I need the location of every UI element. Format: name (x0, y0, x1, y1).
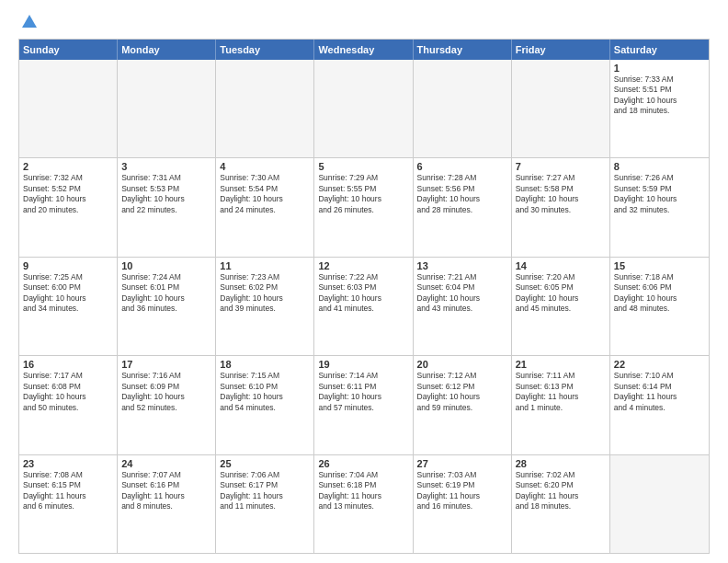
day-info: Sunrise: 7:17 AM Sunset: 6:08 PM Dayligh… (23, 371, 113, 413)
day-info: Sunrise: 7:10 AM Sunset: 6:14 PM Dayligh… (614, 371, 705, 413)
day-number: 1 (614, 63, 705, 74)
day-cell-28: 28Sunrise: 7:02 AM Sunset: 6:20 PM Dayli… (512, 455, 610, 553)
day-number: 27 (417, 458, 507, 469)
calendar-row-3: 16Sunrise: 7:17 AM Sunset: 6:08 PM Dayli… (19, 355, 709, 454)
calendar-row-4: 23Sunrise: 7:08 AM Sunset: 6:15 PM Dayli… (19, 454, 709, 553)
empty-cell (512, 60, 610, 157)
empty-cell (118, 60, 216, 157)
day-number: 7 (516, 161, 606, 172)
day-number: 18 (220, 359, 310, 370)
day-cell-18: 18Sunrise: 7:15 AM Sunset: 6:10 PM Dayli… (216, 356, 314, 454)
day-info: Sunrise: 7:02 AM Sunset: 6:20 PM Dayligh… (516, 470, 606, 512)
calendar: SundayMondayTuesdayWednesdayThursdayFrid… (18, 39, 710, 554)
day-info: Sunrise: 7:30 AM Sunset: 5:54 PM Dayligh… (220, 173, 310, 215)
day-info: Sunrise: 7:14 AM Sunset: 6:11 PM Dayligh… (318, 371, 408, 413)
day-number: 17 (121, 359, 211, 370)
empty-cell (19, 60, 118, 157)
day-cell-3: 3Sunrise: 7:31 AM Sunset: 5:53 PM Daylig… (118, 158, 216, 256)
day-cell-24: 24Sunrise: 7:07 AM Sunset: 6:16 PM Dayli… (118, 455, 216, 553)
day-info: Sunrise: 7:25 AM Sunset: 6:00 PM Dayligh… (23, 272, 113, 315)
day-info: Sunrise: 7:28 AM Sunset: 5:56 PM Dayligh… (417, 173, 507, 215)
day-cell-17: 17Sunrise: 7:16 AM Sunset: 6:09 PM Dayli… (118, 356, 216, 454)
day-number: 4 (220, 161, 310, 172)
day-info: Sunrise: 7:21 AM Sunset: 6:04 PM Dayligh… (417, 272, 507, 315)
day-info: Sunrise: 7:03 AM Sunset: 6:19 PM Dayligh… (417, 470, 507, 512)
day-number: 16 (23, 359, 113, 370)
empty-cell (216, 60, 314, 157)
weekday-header-saturday: Saturday (610, 40, 709, 60)
day-cell-2: 2Sunrise: 7:32 AM Sunset: 5:52 PM Daylig… (19, 158, 118, 256)
day-number: 6 (417, 161, 507, 172)
logo (18, 17, 39, 29)
day-cell-26: 26Sunrise: 7:04 AM Sunset: 6:18 PM Dayli… (314, 455, 413, 553)
day-number: 8 (614, 161, 705, 172)
day-info: Sunrise: 7:33 AM Sunset: 5:51 PM Dayligh… (614, 75, 705, 117)
day-info: Sunrise: 7:32 AM Sunset: 5:52 PM Dayligh… (23, 173, 113, 215)
day-info: Sunrise: 7:27 AM Sunset: 5:58 PM Dayligh… (516, 173, 606, 215)
day-cell-27: 27Sunrise: 7:03 AM Sunset: 6:19 PM Dayli… (414, 455, 512, 553)
weekday-header-monday: Monday (118, 40, 216, 60)
empty-cell (314, 60, 413, 157)
day-number: 15 (614, 260, 705, 271)
day-info: Sunrise: 7:15 AM Sunset: 6:10 PM Dayligh… (220, 371, 310, 413)
day-number: 20 (417, 359, 507, 370)
day-number: 21 (516, 359, 606, 370)
day-cell-7: 7Sunrise: 7:27 AM Sunset: 5:58 PM Daylig… (512, 158, 610, 256)
header (18, 17, 710, 29)
day-cell-15: 15Sunrise: 7:18 AM Sunset: 6:06 PM Dayli… (610, 258, 709, 355)
day-info: Sunrise: 7:08 AM Sunset: 6:15 PM Dayligh… (23, 470, 113, 512)
day-number: 12 (318, 260, 408, 271)
weekday-header-thursday: Thursday (414, 40, 512, 60)
day-info: Sunrise: 7:24 AM Sunset: 6:01 PM Dayligh… (121, 272, 211, 315)
svg-marker-0 (22, 15, 37, 28)
day-number: 24 (121, 458, 211, 469)
empty-cell (610, 455, 709, 553)
day-info: Sunrise: 7:04 AM Sunset: 6:18 PM Dayligh… (318, 470, 408, 512)
day-info: Sunrise: 7:20 AM Sunset: 6:05 PM Dayligh… (516, 272, 606, 315)
day-number: 26 (318, 458, 408, 469)
weekday-header-friday: Friday (512, 40, 610, 60)
logo-text (18, 17, 39, 31)
day-info: Sunrise: 7:07 AM Sunset: 6:16 PM Dayligh… (121, 470, 211, 512)
page: SundayMondayTuesdayWednesdayThursdayFrid… (0, 0, 728, 563)
logo-icon (20, 13, 39, 31)
day-info: Sunrise: 7:23 AM Sunset: 6:02 PM Dayligh… (220, 272, 310, 315)
day-info: Sunrise: 7:11 AM Sunset: 6:13 PM Dayligh… (516, 371, 606, 413)
day-info: Sunrise: 7:22 AM Sunset: 6:03 PM Dayligh… (318, 272, 408, 315)
empty-cell (414, 60, 512, 157)
day-number: 25 (220, 458, 310, 469)
day-cell-14: 14Sunrise: 7:20 AM Sunset: 6:05 PM Dayli… (512, 258, 610, 355)
day-number: 9 (23, 260, 113, 271)
day-cell-9: 9Sunrise: 7:25 AM Sunset: 6:00 PM Daylig… (19, 258, 118, 355)
day-number: 11 (220, 260, 310, 271)
calendar-row-2: 9Sunrise: 7:25 AM Sunset: 6:00 PM Daylig… (19, 257, 709, 355)
day-number: 13 (417, 260, 507, 271)
day-cell-20: 20Sunrise: 7:12 AM Sunset: 6:12 PM Dayli… (414, 356, 512, 454)
calendar-body: 1Sunrise: 7:33 AM Sunset: 5:51 PM Daylig… (19, 60, 709, 553)
day-cell-6: 6Sunrise: 7:28 AM Sunset: 5:56 PM Daylig… (414, 158, 512, 256)
weekday-header-wednesday: Wednesday (314, 40, 413, 60)
day-cell-1: 1Sunrise: 7:33 AM Sunset: 5:51 PM Daylig… (610, 60, 709, 157)
calendar-row-1: 2Sunrise: 7:32 AM Sunset: 5:52 PM Daylig… (19, 157, 709, 256)
day-cell-12: 12Sunrise: 7:22 AM Sunset: 6:03 PM Dayli… (314, 258, 413, 355)
day-info: Sunrise: 7:06 AM Sunset: 6:17 PM Dayligh… (220, 470, 310, 512)
day-number: 14 (516, 260, 606, 271)
day-cell-8: 8Sunrise: 7:26 AM Sunset: 5:59 PM Daylig… (610, 158, 709, 256)
weekday-header-tuesday: Tuesday (216, 40, 314, 60)
calendar-header: SundayMondayTuesdayWednesdayThursdayFrid… (19, 40, 709, 60)
day-number: 22 (614, 359, 705, 370)
day-info: Sunrise: 7:26 AM Sunset: 5:59 PM Dayligh… (614, 173, 705, 215)
day-number: 23 (23, 458, 113, 469)
day-cell-5: 5Sunrise: 7:29 AM Sunset: 5:55 PM Daylig… (314, 158, 413, 256)
day-cell-16: 16Sunrise: 7:17 AM Sunset: 6:08 PM Dayli… (19, 356, 118, 454)
day-info: Sunrise: 7:29 AM Sunset: 5:55 PM Dayligh… (318, 173, 408, 215)
day-cell-21: 21Sunrise: 7:11 AM Sunset: 6:13 PM Dayli… (512, 356, 610, 454)
weekday-header-sunday: Sunday (19, 40, 118, 60)
day-info: Sunrise: 7:18 AM Sunset: 6:06 PM Dayligh… (614, 272, 705, 315)
day-cell-22: 22Sunrise: 7:10 AM Sunset: 6:14 PM Dayli… (610, 356, 709, 454)
day-number: 5 (318, 161, 408, 172)
day-cell-11: 11Sunrise: 7:23 AM Sunset: 6:02 PM Dayli… (216, 258, 314, 355)
day-info: Sunrise: 7:16 AM Sunset: 6:09 PM Dayligh… (121, 371, 211, 413)
day-cell-10: 10Sunrise: 7:24 AM Sunset: 6:01 PM Dayli… (118, 258, 216, 355)
day-cell-4: 4Sunrise: 7:30 AM Sunset: 5:54 PM Daylig… (216, 158, 314, 256)
